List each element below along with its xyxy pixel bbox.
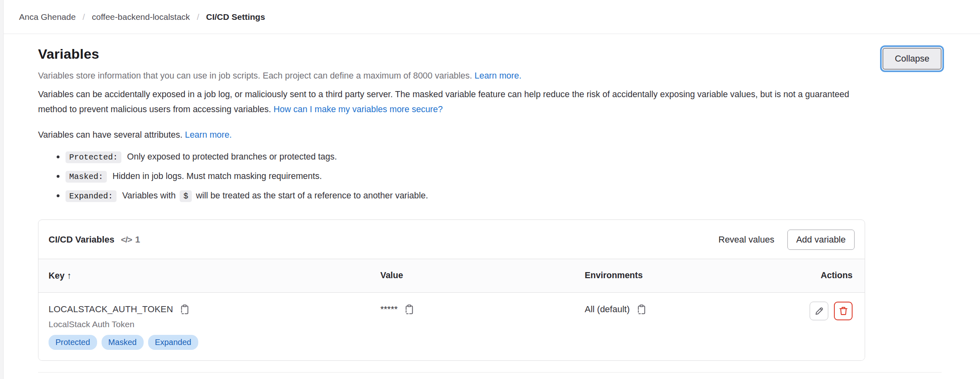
breadcrumb-separator: / [83,12,85,22]
variables-section-text: Variables Variables store information th… [38,46,880,117]
breadcrumb: Anca Ghenade / coffee-backend-localstack… [19,12,265,22]
secure-variables-link[interactable]: How can I make my variables more secure? [274,104,443,114]
variable-description: LocalStack Auth Token [49,319,360,329]
variables-table: Key↑ Value Environments Actions LOCALSTA… [38,259,865,360]
copy-icon [404,304,415,315]
copy-icon [179,304,190,315]
variable-key: LOCALSTACK_AUTH_TOKEN [49,304,173,315]
key-cell: LOCALSTACK_AUTH_TOKEN LocalStack Auth To… [38,298,370,350]
masked-description: Hidden in job logs. Must match masking r… [112,171,322,181]
variable-environments: All (default) [585,304,630,315]
column-header-value: Value [370,259,575,292]
variable-count: 1 [135,234,140,245]
copy-value-button[interactable] [403,303,416,315]
attributes-intro-text: Variables can have several attributes. [38,130,182,140]
card-header-actions: Reveal values Add variable [716,230,855,250]
cicd-variables-card: CI/CD Variables </> 1 Reveal values Add … [38,219,865,361]
expanded-code-chip: Expanded: [66,190,117,202]
badge-protected: Protected [49,335,97,350]
trash-icon [838,306,848,316]
environments-line: All (default) [585,303,775,315]
dollar-code-chip: $ [180,190,192,202]
attributes-intro: Variables can have several attributes. L… [38,130,942,140]
variable-masked-value: ***** [380,304,398,315]
protected-code-chip: Protected: [66,151,121,163]
breadcrumb-current-page: CI/CD Settings [206,12,265,22]
card-title: CI/CD Variables [49,234,115,245]
warning-text: Variables can be accidentally exposed in… [38,89,849,114]
column-header-actions: Actions [785,259,865,292]
breadcrumb-project[interactable]: coffee-backend-localstack [92,12,190,22]
sidebar-edge [0,0,4,379]
badge-row: Protected Masked Expanded [49,335,360,350]
variables-intro-text: Variables store information that you can… [38,68,880,83]
actions-cell [785,298,865,350]
card-header: CI/CD Variables </> 1 Reveal values Add … [38,220,865,259]
attributes-list: Protected: Only exposed to protected bra… [38,151,942,202]
table-header-row: Key↑ Value Environments Actions [38,259,865,293]
badge-masked: Masked [102,335,144,350]
attribute-item-protected: Protected: Only exposed to protected bra… [57,151,942,164]
expanded-description-before: Variables with [122,191,176,200]
attribute-item-expanded: Expanded: Variables with $ will be treat… [57,190,942,202]
copy-icon [636,304,647,315]
column-header-environments: Environments [575,259,785,292]
add-variable-button[interactable]: Add variable [787,230,855,250]
page-title: Variables [38,46,880,62]
attribute-item-masked: Masked: Hidden in job logs. Must match m… [57,170,942,183]
collapse-button-wrap: Collapse [882,48,942,70]
breadcrumb-bar: Anca Ghenade / coffee-backend-localstack… [0,0,980,34]
copy-environments-button[interactable] [635,303,647,315]
breadcrumb-separator: / [197,12,199,22]
value-cell: ***** [370,298,575,350]
code-icon: </> [121,235,132,245]
column-header-key[interactable]: Key↑ [38,259,370,292]
variables-warning-text: Variables can be accidentally exposed in… [38,87,880,117]
section-divider [38,372,942,373]
learn-more-link[interactable]: Learn more. [475,71,522,81]
edit-variable-button[interactable] [810,302,828,320]
intro-text: Variables store information that you can… [38,71,472,81]
value-line: ***** [380,303,564,315]
pencil-icon [814,306,824,316]
key-header-label: Key [49,271,64,281]
attributes-learn-more-link[interactable]: Learn more. [185,130,232,140]
key-line: LOCALSTACK_AUTH_TOKEN [49,303,360,315]
badge-expanded: Expanded [148,335,198,350]
expanded-description-after: will be treated as the start of a refere… [196,191,428,200]
settings-content: Variables Variables store information th… [38,46,942,373]
variables-section-header: Variables Variables store information th… [38,46,942,117]
reveal-values-button[interactable]: Reveal values [716,230,777,249]
masked-code-chip: Masked: [66,171,107,183]
environments-cell: All (default) [575,298,785,350]
copy-key-button[interactable] [179,303,191,315]
collapse-button[interactable]: Collapse [882,48,942,70]
table-row: LOCALSTACK_AUTH_TOKEN LocalStack Auth To… [38,293,865,360]
sort-ascending-icon: ↑ [67,270,71,281]
breadcrumb-namespace[interactable]: Anca Ghenade [19,12,76,22]
delete-variable-button[interactable] [834,302,853,320]
protected-description: Only exposed to protected branches or pr… [127,152,337,162]
